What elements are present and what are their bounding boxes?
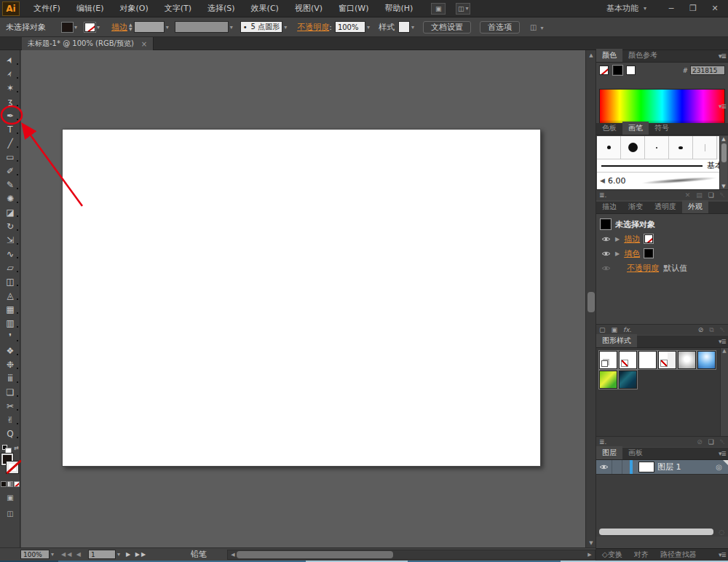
- clear-appearance-icon[interactable]: ⊘: [698, 326, 704, 334]
- arrange-documents-icon[interactable]: ◫▾: [456, 3, 470, 15]
- hand-tool[interactable]: ✌: [0, 413, 20, 427]
- layer-thumbnail[interactable]: [638, 462, 654, 472]
- scroll-up-icon[interactable]: ▲: [586, 50, 596, 60]
- graphic-style-swatch[interactable]: [697, 351, 716, 369]
- slice-tool[interactable]: ✂: [0, 399, 20, 413]
- opacity-panel-link[interactable]: 不透明度: [297, 22, 329, 33]
- brush-options-icon[interactable]: ▤: [696, 191, 703, 199]
- lasso-tool[interactable]: ʓ: [0, 95, 20, 108]
- menu-item[interactable]: 窗口(W): [331, 0, 376, 17]
- scale-tool[interactable]: ⇲: [0, 233, 20, 247]
- gradient-tool[interactable]: ▥: [0, 316, 20, 330]
- stroke-color-swatch[interactable]: [84, 23, 95, 32]
- panel-tab[interactable]: 颜色参考: [622, 49, 663, 62]
- menu-item[interactable]: 文字(T): [157, 0, 199, 17]
- panel-tab[interactable]: ◇变换: [596, 548, 628, 561]
- break-link-icon[interactable]: ⊘: [697, 438, 703, 446]
- shape-builder-tool[interactable]: ◫: [0, 274, 20, 288]
- panel-tab[interactable]: 色板: [596, 122, 622, 135]
- symbol-sprayer-tool[interactable]: ❉: [0, 357, 20, 371]
- horizontal-scrollbar-thumb[interactable]: [237, 551, 393, 558]
- visibility-eye-icon-dim[interactable]: [601, 265, 611, 272]
- duplicate-item-icon[interactable]: ⧉: [709, 326, 713, 334]
- new-stroke-icon[interactable]: ▢: [599, 326, 606, 333]
- pencil-tool[interactable]: ✎: [0, 178, 20, 191]
- menu-item[interactable]: 视图(V): [287, 0, 331, 17]
- magic-wand-tool[interactable]: ✶: [0, 81, 20, 95]
- control-panel-menu-icon[interactable]: ◫ ▾: [530, 23, 544, 31]
- document-tab[interactable]: 未标题-1* @ 100% (RGB/预览) ×: [22, 37, 154, 50]
- panel-tab[interactable]: 图形样式: [596, 334, 637, 347]
- layer-visibility-eye-icon[interactable]: [596, 460, 612, 474]
- opacity-link[interactable]: 不透明度: [627, 263, 659, 274]
- panel-tab[interactable]: 对齐: [628, 548, 654, 561]
- drawing-mode-button[interactable]: ▣: [0, 491, 20, 503]
- none-color-swatch[interactable]: [599, 66, 609, 75]
- panel-menu-icon[interactable]: ▾≣: [719, 551, 726, 558]
- artboard-nav-next-last[interactable]: ▶ ▶▶: [126, 551, 147, 558]
- white-color-swatch[interactable]: [626, 66, 636, 75]
- panel-tab[interactable]: 画笔: [622, 122, 649, 135]
- eyedropper-tool[interactable]: ❜: [0, 330, 20, 344]
- chevron-down-icon[interactable]: ▾: [117, 551, 120, 558]
- brush-item[interactable]: [669, 136, 693, 159]
- scroll-up-icon[interactable]: ▲: [721, 136, 725, 142]
- workspace-switcher[interactable]: 基本功能 ▾: [606, 3, 646, 14]
- disclosure-triangle-icon[interactable]: ▶: [615, 236, 620, 242]
- go-to-bridge-icon[interactable]: ▣: [431, 3, 446, 15]
- attribute-swatch[interactable]: [644, 234, 653, 243]
- width-tool[interactable]: ∿: [0, 247, 20, 261]
- layers-scrollbar-thumb[interactable]: [599, 529, 713, 535]
- style-libraries-icon[interactable]: ≣.: [599, 438, 606, 446]
- brush-libraries-icon[interactable]: ≣.: [599, 191, 606, 199]
- scrollbar-thumb[interactable]: [721, 143, 727, 162]
- chevron-down-icon[interactable]: ▾: [97, 24, 100, 31]
- artboard-number-field[interactable]: 1: [88, 550, 116, 559]
- direct-selection-tool[interactable]: ➣: [0, 67, 20, 81]
- stroke-width-stepper[interactable]: ▲▼: [129, 23, 132, 31]
- free-transform-tool[interactable]: ▱: [0, 261, 20, 274]
- screen-mode-button[interactable]: ◫: [0, 507, 20, 519]
- scroll-right-icon[interactable]: ▶: [585, 550, 595, 560]
- panel-tab[interactable]: 外观: [682, 200, 708, 213]
- document-setup-button[interactable]: 文档设置: [423, 21, 471, 33]
- new-brush-icon[interactable]: ❏: [708, 191, 714, 199]
- menu-item[interactable]: 编辑(E): [68, 0, 112, 17]
- chevron-down-icon[interactable]: ▾: [166, 24, 169, 31]
- minimize-button[interactable]: ─: [665, 4, 677, 13]
- menu-item[interactable]: 对象(O): [111, 0, 156, 17]
- new-fill-icon[interactable]: ▣: [612, 326, 618, 333]
- layer-lock-cell[interactable]: [612, 460, 622, 474]
- preferences-button[interactable]: 首选项: [480, 21, 520, 33]
- remove-brush-stroke-icon[interactable]: ✕: [685, 191, 691, 199]
- blob-brush-tool[interactable]: ✺: [0, 191, 20, 205]
- panel-menu-icon[interactable]: ▾≣: [719, 338, 726, 345]
- perspective-grid-tool[interactable]: ◬: [0, 288, 20, 302]
- gradient-mode-button[interactable]: [7, 481, 13, 487]
- vertical-scrollbar-thumb[interactable]: [587, 292, 595, 312]
- graphic-style-swatch[interactable]: [638, 351, 657, 369]
- close-button[interactable]: ✕: [709, 4, 721, 13]
- vertical-scrollbar[interactable]: ▲ ▼: [585, 50, 596, 547]
- disclosure-triangle-icon[interactable]: ▶: [615, 250, 620, 257]
- zoom-level-field[interactable]: 100%: [20, 550, 50, 559]
- selection-tool[interactable]: ➤: [0, 53, 20, 67]
- scroll-up-icon[interactable]: ▲: [722, 348, 726, 354]
- brushes-scrollbar[interactable]: ▲ ▼: [719, 136, 727, 189]
- panel-menu-icon[interactable]: ▾≣: [719, 450, 726, 457]
- brush-item[interactable]: [645, 136, 669, 159]
- horizontal-scrollbar[interactable]: ◀ ▶: [227, 550, 596, 560]
- hex-value-field[interactable]: 231815: [690, 66, 725, 75]
- delete-style-icon[interactable]: ␡: [720, 438, 725, 446]
- default-fill-stroke-icon[interactable]: [2, 445, 7, 450]
- style-swatch[interactable]: [398, 21, 410, 33]
- opacity-field[interactable]: 100%: [335, 21, 365, 33]
- brush-item[interactable]: [621, 136, 645, 159]
- chevron-down-icon[interactable]: ▾: [284, 24, 287, 31]
- stroke-panel-link[interactable]: 描边: [111, 22, 127, 33]
- color-mode-button[interactable]: [1, 481, 7, 487]
- attribute-swatch[interactable]: [644, 249, 653, 258]
- panel-menu-icon[interactable]: ▾≣: [719, 103, 726, 110]
- appearance-row[interactable]: ▶ 填色: [596, 246, 728, 261]
- chevron-down-icon[interactable]: ▾: [51, 551, 54, 558]
